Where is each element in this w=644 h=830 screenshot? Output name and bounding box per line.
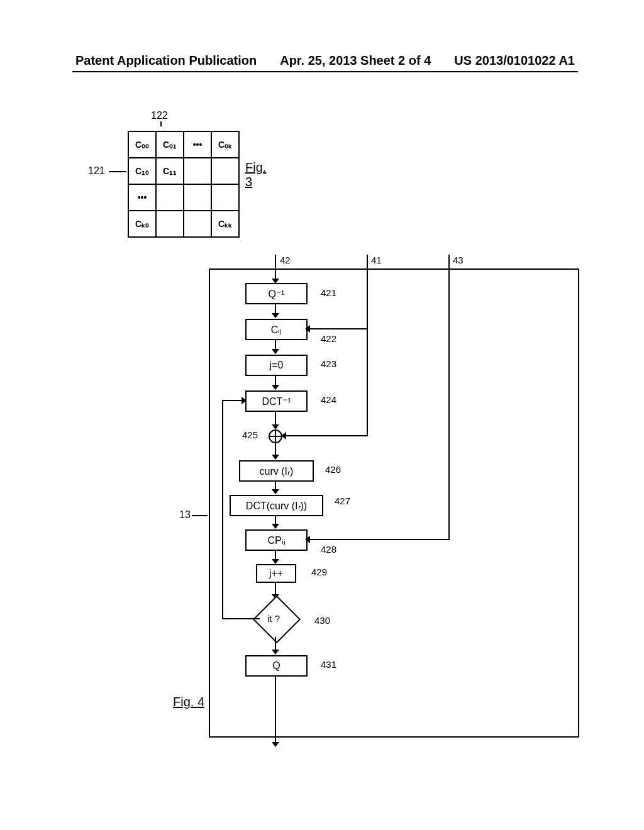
matrix-cell	[184, 158, 211, 184]
arrow-head-icon	[272, 559, 279, 564]
matrix-cell	[184, 184, 211, 211]
figure-4: 13 Fig. 4 42 41 43 Q⁻¹ 421 Cᵢⱼ 422 j=0 4…	[179, 255, 582, 745]
figure-3-caption: Fig. 3	[245, 160, 266, 189]
ref-42: 42	[280, 255, 291, 265]
matrix-cell	[211, 184, 239, 211]
box-431: Q	[245, 655, 308, 677]
decision-430-text: it ?	[267, 613, 280, 624]
arrow-head-icon	[272, 455, 279, 460]
box-422: Cᵢⱼ	[245, 319, 308, 340]
matrix-cell: •••	[184, 131, 211, 158]
ref-421: 421	[321, 287, 336, 298]
loop-430-424h	[222, 618, 260, 619]
coefficient-matrix: C₀₀ C₀₁ ••• C₀ₖ C₁₀ C₁₁ ••• Cₖ₀ Cₖₖ	[128, 131, 240, 238]
ref-424: 424	[321, 394, 336, 405]
ref-41: 41	[371, 255, 382, 265]
ref-13: 13	[179, 509, 191, 521]
header-right: US 2013/0101022 A1	[454, 53, 575, 68]
leader-122	[160, 121, 162, 126]
sum-junction-425	[269, 429, 282, 443]
ref-423: 423	[321, 358, 336, 369]
arrow-head-icon	[305, 536, 310, 543]
leader-13	[192, 515, 208, 516]
ref-426: 426	[325, 464, 341, 475]
matrix-cell: C₀₀	[128, 131, 156, 158]
arrow-head-icon	[272, 489, 279, 494]
matrix-cell: Cₖₖ	[211, 211, 239, 237]
ref-121: 121	[88, 165, 105, 177]
conn-43-428	[448, 268, 450, 539]
header-divider	[72, 71, 578, 72]
ref-428: 428	[321, 544, 336, 555]
conn-41-422	[367, 268, 368, 328]
figure-4-caption: Fig. 4	[173, 695, 204, 709]
arrow-head-icon	[272, 742, 279, 747]
box-428: CPᵢⱼ	[245, 529, 308, 551]
matrix-cell: C₁₁	[156, 158, 184, 184]
ref-429: 429	[311, 567, 327, 577]
matrix-cell: C₁₀	[128, 158, 156, 184]
matrix-cell	[211, 158, 239, 184]
entry-41	[367, 255, 368, 268]
conn-41-sum-h	[282, 435, 368, 436]
ref-43: 43	[453, 255, 464, 265]
box-429: j++	[256, 564, 296, 583]
box-423: j=0	[245, 355, 308, 376]
ref-425: 425	[242, 429, 258, 440]
header-center: Apr. 25, 2013 Sheet 2 of 4	[280, 53, 431, 68]
arrow-head-icon	[272, 524, 279, 529]
arrow-head-icon	[272, 313, 279, 318]
matrix-cell: C₀₁	[156, 131, 184, 158]
loop-430-424h2	[222, 400, 244, 401]
conn-43-428h	[306, 539, 450, 540]
arrow-head-icon	[272, 424, 279, 429]
matrix-cell: C₀ₖ	[211, 131, 239, 158]
matrix-cell	[156, 184, 184, 211]
arrow-head-icon	[272, 385, 279, 390]
exit	[275, 675, 276, 743]
entry-42	[275, 255, 276, 280]
matrix-cell	[184, 211, 211, 237]
header-left: Patent Application Publication	[75, 53, 257, 68]
matrix-cell: •••	[128, 184, 156, 211]
ref-431: 431	[321, 659, 336, 670]
ref-427: 427	[335, 495, 350, 506]
arrow-head-icon	[272, 349, 279, 354]
ref-430: 430	[314, 615, 330, 626]
leader-121	[109, 171, 126, 172]
arrow-head-icon	[281, 432, 286, 440]
loop-430-424v	[222, 400, 223, 619]
box-426: curv (Iᵣ)	[239, 460, 314, 482]
entry-43	[448, 255, 450, 268]
arrow-head-icon	[242, 397, 247, 404]
box-424: DCT⁻¹	[245, 390, 308, 412]
conn-41-422h	[306, 328, 368, 329]
ref-422: 422	[321, 333, 336, 344]
conn-41-sum	[367, 328, 368, 436]
matrix-cell: Cₖ₀	[128, 211, 156, 237]
page-header: Patent Application Publication Apr. 25, …	[0, 0, 644, 71]
ref-122: 122	[151, 110, 168, 121]
box-427: DCT(curv (Iᵣ))	[230, 495, 323, 516]
arrow-head-icon	[305, 325, 310, 333]
matrix-cell	[156, 211, 184, 237]
arrow-head-icon	[272, 650, 279, 655]
box-421: Q⁻¹	[245, 283, 308, 304]
